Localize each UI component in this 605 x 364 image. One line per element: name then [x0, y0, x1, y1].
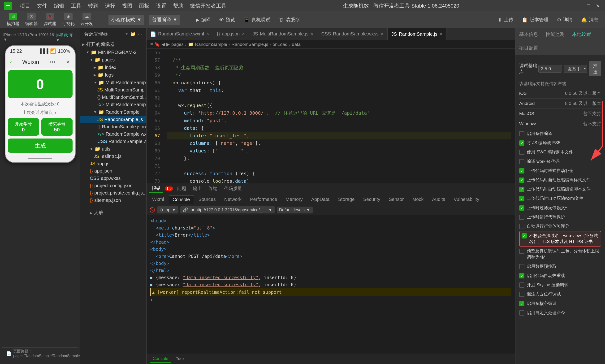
- obfuscate-checkbox[interactable]: [519, 215, 524, 220]
- console-input[interactable]: [155, 297, 511, 302]
- custom-process-checkbox[interactable]: [519, 310, 524, 315]
- random-sample-folder[interactable]: ▼📁RandomSample: [80, 108, 146, 116]
- close-button[interactable]: ✕: [595, 3, 601, 9]
- compile-button[interactable]: ▶编译: [194, 16, 212, 24]
- code-quality-tab[interactable]: 代码质量: [222, 185, 244, 193]
- version-input[interactable]: [538, 65, 562, 73]
- clear-cache-button[interactable]: 🗑清缓存: [277, 16, 302, 24]
- multi-core-checkbox[interactable]: [519, 301, 524, 306]
- terminal-tab[interactable]: 终端: [206, 185, 220, 193]
- multi-random-json[interactable]: {}MultiRandomSampl...: [80, 94, 146, 101]
- menu-item-help[interactable]: 帮助: [173, 2, 183, 10]
- tab-random-wxss[interactable]: CSS RandomSample.wxss ✕: [317, 28, 387, 40]
- output-tab[interactable]: 输出: [191, 185, 204, 193]
- app-js[interactable]: JSapp.js: [80, 160, 146, 167]
- utils-folder[interactable]: ▼📁utils: [80, 145, 146, 153]
- menu-item-file[interactable]: 文件: [37, 2, 47, 10]
- details-button[interactable]: ⚙详情: [555, 16, 575, 24]
- performance-tab[interactable]: Performance: [246, 195, 281, 204]
- back-icon[interactable]: ‹: [10, 59, 12, 65]
- settings-tab-basic[interactable]: 基本信息: [515, 28, 542, 41]
- settings-tab-local[interactable]: 本地设置: [568, 28, 595, 41]
- real-preview-checkbox[interactable]: [519, 249, 524, 254]
- worklet-checkbox[interactable]: [519, 159, 524, 164]
- error-status-tab[interactable]: 报错: [149, 184, 163, 193]
- clear-console-icon[interactable]: 🚫: [149, 207, 155, 213]
- phone-generate-btn[interactable]: 生成: [8, 139, 73, 153]
- auto-minify-scripts-checkbox[interactable]: [519, 187, 524, 192]
- menu-item-project[interactable]: 项目: [20, 2, 30, 10]
- issues-tab[interactable]: 问题: [175, 185, 189, 193]
- mode-dropdown[interactable]: 小程序模式 ▼: [108, 15, 144, 25]
- send-button[interactable]: 推送: [589, 61, 601, 76]
- vulnerability-tab[interactable]: Vulnerability: [450, 195, 483, 204]
- random-sample-wxss[interactable]: CSSRandomSample.wxss: [80, 138, 146, 145]
- menu-item-devtools[interactable]: 微信开发者工具: [190, 2, 226, 10]
- logs-folder[interactable]: ▶📁logs: [80, 71, 146, 79]
- context-selector[interactable]: ⊙top▼: [157, 206, 179, 213]
- code-content[interactable]: /** * 生命周期函数--监听页面隐藏 */ onLoad(options) …: [163, 49, 515, 183]
- wxml-tab[interactable]: Wxml: [148, 195, 168, 204]
- audits-tab[interactable]: Audits: [428, 195, 449, 204]
- visual-button[interactable]: ◈ 可视化: [60, 12, 77, 27]
- app-json[interactable]: {}app.json: [80, 167, 146, 175]
- phone-end-btn[interactable]: 结束学号 50: [41, 118, 73, 136]
- random-sample-js[interactable]: JSRandomSample.js: [80, 116, 146, 123]
- auto-style-checkbox[interactable]: [519, 168, 524, 173]
- auto-minify-wxml-checkbox[interactable]: [519, 196, 524, 201]
- url-selector[interactable]: 🔗 -urlhttp://127.0.0.1:32018/appservice/…: [180, 206, 275, 213]
- back-nav-icon[interactable]: ◀: [161, 42, 165, 47]
- task-bottom-tab[interactable]: Task: [173, 355, 187, 362]
- sources-tab[interactable]: Sources: [194, 195, 219, 204]
- menu-item-edit[interactable]: 编辑: [54, 2, 64, 10]
- auto-run-checkbox[interactable]: [519, 224, 524, 229]
- pages-folder[interactable]: ▼ 📁pages: [80, 56, 146, 64]
- menu-item-select[interactable]: 选择: [105, 2, 115, 10]
- close-tab-icon[interactable]: ✕: [439, 32, 442, 36]
- debugger-button[interactable]: 🐞 调试器: [42, 12, 58, 27]
- index-folder[interactable]: ▶📁index: [80, 64, 146, 71]
- cloud-button[interactable]: ☁ 云开发: [78, 12, 95, 27]
- es5-checkbox[interactable]: [519, 140, 524, 146]
- project-private-config[interactable]: {}project.private.config.js...: [80, 189, 146, 197]
- security-tab[interactable]: Security: [360, 195, 384, 204]
- data-prefetch-checkbox[interactable]: [519, 264, 524, 269]
- minimize-button[interactable]: ─: [576, 3, 582, 9]
- heatmap-label[interactable]: 热重载 开 ▼: [56, 33, 77, 43]
- close-tab-icon[interactable]: ✕: [310, 32, 313, 36]
- menu-item-view[interactable]: 视图: [122, 2, 132, 10]
- close-tab-icon[interactable]: ✕: [206, 32, 209, 36]
- eslintrc-js[interactable]: JS.eslintrc.js: [80, 153, 146, 160]
- menu-item-settings[interactable]: 设置: [156, 2, 166, 10]
- settings-tab-project[interactable]: 项目配置: [515, 41, 542, 55]
- memory-tab[interactable]: Memory: [282, 195, 307, 204]
- console-tab[interactable]: Console: [169, 195, 193, 204]
- tab-app-json[interactable]: {} app.json ✕: [213, 28, 249, 40]
- multi-random-folder[interactable]: ▼📁MultiRandomSample: [80, 79, 146, 86]
- storage-tab[interactable]: Storage: [335, 195, 359, 204]
- skyline-checkbox[interactable]: [519, 283, 524, 288]
- forward-nav-icon[interactable]: ▶: [166, 42, 170, 47]
- project-root[interactable]: ▼ 📁 MINIPROGRAM-2: [80, 49, 146, 56]
- no-check-files-checkbox[interactable]: [519, 205, 524, 211]
- tab-multi-random-js[interactable]: JS MultiRandomSample.js ✕: [249, 28, 318, 40]
- maximize-button[interactable]: □: [585, 3, 592, 9]
- console-bottom-tab[interactable]: Console: [150, 355, 171, 363]
- new-folder-icon[interactable]: 📁: [130, 31, 136, 37]
- close-tab-icon[interactable]: ✕: [242, 32, 245, 36]
- appdata-tab[interactable]: AppData: [308, 195, 334, 204]
- project-config-json[interactable]: {}project.config.json: [80, 182, 146, 189]
- preview-button[interactable]: 👁预览: [217, 16, 237, 24]
- multi-random-wxml[interactable]: </>MultiRandomSampl...: [80, 101, 146, 108]
- tab-random-js[interactable]: JS RandomSample.js ✕: [387, 28, 446, 40]
- mock-tab[interactable]: Mock: [408, 195, 427, 204]
- app-wxss[interactable]: CSSapp.wxss: [80, 175, 146, 182]
- menu-item-panel[interactable]: 面板: [139, 2, 149, 10]
- random-sample-json[interactable]: {}RandomSample.json: [80, 123, 146, 130]
- compile-dropdown[interactable]: 普通编译 ▼: [149, 15, 180, 25]
- new-file-icon[interactable]: +: [125, 31, 128, 37]
- random-sample-wxml[interactable]: </>RandomSample.wxml: [80, 130, 146, 138]
- sensor-tab[interactable]: Sensor: [385, 195, 407, 204]
- close-tab-icon[interactable]: ✕: [381, 32, 384, 36]
- no-domain-check-checkbox[interactable]: [522, 233, 527, 238]
